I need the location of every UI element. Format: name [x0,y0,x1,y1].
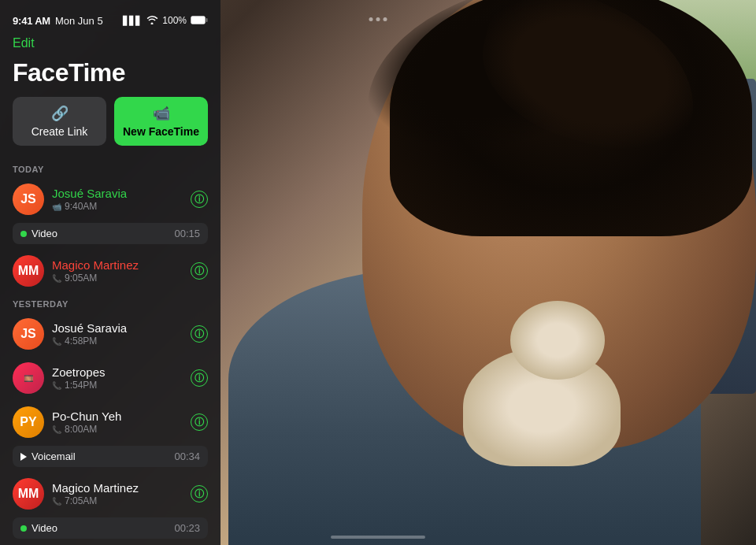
video-icon: 📹 [153,105,170,122]
action-buttons-row: 🔗 Create Link 📹 New FaceTime [0,97,220,158]
subrow-type-josue-today: Video [32,228,57,239]
cat-head [510,301,605,380]
call-time-josue-today: 9:40AM [65,201,97,212]
wifi-icon [146,15,158,27]
status-time: 9:41 AM [13,15,50,27]
phone-icon-josue-yesterday: 📞 [52,337,61,346]
call-time-josue-yesterday: 4:58PM [65,336,97,347]
subrow-pochun-left: Voicemail [20,450,76,462]
call-name-magico-today: Magico Martinez [52,258,191,272]
green-dot-magico-yesterday [20,525,27,532]
call-item-josue-today[interactable]: JS Josué Saravia 📹 9:40AM ⓘ [0,177,220,221]
green-dot-josue-today [20,231,27,237]
call-time-magico-today: 9:05AM [65,272,97,284]
subrow-magico-yesterday: Video 00:23 [13,517,208,539]
subrow-josue-today: Video 00:15 [13,223,208,244]
status-icons: ▋▋▋ 100% [123,13,208,28]
info-btn-josue-yesterday[interactable]: ⓘ [191,325,208,343]
subrow-duration-magico-yesterday: 00:23 [174,522,200,534]
call-item-pochun[interactable]: PY Po-Chun Yeh 📞 8:00AM ⓘ [0,400,220,444]
call-info-pochun: Po-Chun Yeh 📞 8:00AM [52,410,191,435]
call-detail-josue-yesterday: 📞 4:58PM [52,336,191,347]
info-btn-magico-yesterday[interactable]: ⓘ [191,485,208,502]
avatar-magico-yesterday: MM [13,478,44,510]
call-name-pochun: Po-Chun Yeh [52,410,191,423]
call-detail-zoetropes: 📞 1:54PM [52,380,191,391]
call-info-magico-yesterday: Magico Martinez 📞 7:05AM [52,481,191,506]
subrow-pochun: Voicemail 00:34 [13,446,208,467]
avatar-josue-yesterday: JS [13,318,44,350]
avatar-pochun: PY [13,406,44,438]
section-yesterday: YESTERDAY [0,293,220,312]
edit-section: Edit [0,35,220,55]
link-icon: 🔗 [51,105,69,122]
phone-icon-magico-yesterday: 📞 [52,497,61,506]
call-detail-josue-today: 📹 9:40AM [52,201,191,212]
subrow-josue-today-left: Video [20,228,57,239]
status-date: Mon Jun 5 [55,15,103,27]
call-list: TODAY JS Josué Saravia 📹 9:40AM ⓘ Video [0,158,220,545]
battery-icon [191,13,208,28]
signal-icon: ▋▋▋ [123,16,142,26]
info-btn-josue-today[interactable]: ⓘ [191,191,208,208]
new-facetime-label: New FaceTime [123,125,199,138]
edit-button[interactable]: Edit [13,36,35,50]
call-info-zoetropes: Zoetropes 📞 1:54PM [52,365,191,391]
call-time-pochun: 8:00AM [65,424,97,435]
call-item-magico-today-left: MM Magico Martinez 📞 9:05AM [13,255,191,287]
call-item-zoetropes[interactable]: 🎞️ Zoetropes 📞 1:54PM ⓘ [0,356,220,400]
call-item-zoetropes-left: 🎞️ Zoetropes 📞 1:54PM [13,362,191,394]
info-btn-magico-today[interactable]: ⓘ [191,262,208,280]
dot-1 [369,17,373,21]
call-item-pochun-left: PY Po-Chun Yeh 📞 8:00AM [13,406,191,438]
phone-icon-pochun: 📞 [52,425,61,434]
call-time-zoetropes: 1:54PM [65,380,97,391]
sidebar-panel: 9:41 AM Mon Jun 5 ▋▋▋ 100% [0,0,220,545]
subrow-duration-josue-today: 00:15 [174,228,200,239]
phone-icon-zoetropes: 📞 [52,381,61,390]
sidebar-title: FaceTime [0,55,220,97]
status-bar: 9:41 AM Mon Jun 5 ▋▋▋ 100% [0,0,220,35]
subrow-duration-pochun: 00:34 [174,450,200,462]
phone-icon-magico-today: 📞 [52,274,61,283]
info-btn-pochun[interactable]: ⓘ [191,413,208,431]
dot-3 [384,17,387,21]
phone-icon-josue-today: 📹 [52,202,61,211]
subrow-type-pochun: Voicemail [32,450,76,462]
avatar-zoetropes: 🎞️ [13,362,44,394]
call-item-josue-yesterday[interactable]: JS Josué Saravia 📞 4:58PM ⓘ [0,312,220,356]
subrow-type-magico-yesterday: Video [32,522,57,534]
section-today: TODAY [0,158,220,177]
call-detail-magico-yesterday: 📞 7:05AM [52,495,191,506]
top-dots [369,17,387,21]
create-link-label: Create Link [32,125,88,138]
call-name-josue-today: Josué Saravia [52,187,191,200]
avatar-magico-today: MM [13,255,44,287]
create-link-button[interactable]: 🔗 Create Link [13,97,106,146]
home-indicator [331,536,425,539]
call-info-josue-yesterday: Josué Saravia 📞 4:58PM [52,321,191,347]
avatar-josue-today: JS [13,184,44,215]
call-item-magico-today[interactable]: MM Magico Martinez 📞 9:05AM ⓘ [0,249,220,293]
svg-rect-0 [191,17,206,24]
svg-rect-1 [206,18,208,22]
call-info-magico-today: Magico Martinez 📞 9:05AM [52,258,191,284]
call-item-josue-today-left: JS Josué Saravia 📹 9:40AM [13,184,191,215]
call-info-josue-today: Josué Saravia 📹 9:40AM [52,187,191,212]
subrow-magico-yesterday-left: Video [20,522,57,534]
call-name-josue-yesterday: Josué Saravia [52,321,191,335]
play-icon-pochun [20,453,27,461]
call-item-josue-yesterday-left: JS Josué Saravia 📞 4:58PM [13,318,191,350]
battery-percent: 100% [162,15,187,26]
call-name-zoetropes: Zoetropes [52,365,191,379]
person-photo [205,0,756,545]
call-item-magico-yesterday-left: MM Magico Martinez 📞 7:05AM [13,478,191,510]
new-facetime-button[interactable]: 📹 New FaceTime [114,97,208,146]
call-time-magico-yesterday: 7:05AM [65,495,97,506]
call-detail-magico-today: 📞 9:05AM [52,272,191,284]
dot-2 [376,17,380,21]
call-item-magico-yesterday[interactable]: MM Magico Martinez 📞 7:05AM ⓘ [0,472,220,516]
info-btn-zoetropes[interactable]: ⓘ [191,369,208,387]
cat-area [447,293,668,466]
call-detail-pochun: 📞 8:00AM [52,424,191,435]
